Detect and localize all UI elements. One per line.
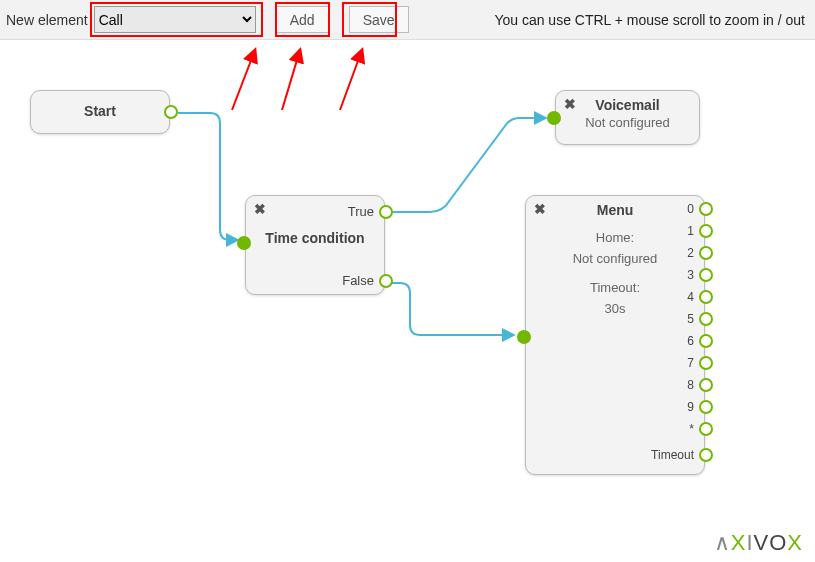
start-title: Start	[31, 91, 169, 121]
menu-port-label-6: 6	[687, 334, 694, 348]
menu-port-label-2: 2	[687, 246, 694, 260]
menu-port-timeout[interactable]	[699, 448, 713, 462]
menu-port-label-star: *	[689, 422, 694, 436]
menu-home-label: Home:	[526, 220, 704, 251]
true-port[interactable]	[379, 205, 393, 219]
close-icon[interactable]: ✖	[254, 202, 266, 216]
menu-port-6[interactable]	[699, 334, 713, 348]
menu-title: Menu	[526, 196, 704, 220]
menu-port-label-7: 7	[687, 356, 694, 370]
menu-port-9[interactable]	[699, 400, 713, 414]
zoom-hint: You can use CTRL + mouse scroll to zoom …	[494, 12, 809, 28]
close-icon[interactable]: ✖	[564, 97, 576, 111]
time-condition-in-port[interactable]	[237, 236, 251, 250]
menu-port-7[interactable]	[699, 356, 713, 370]
start-out-port[interactable]	[164, 105, 178, 119]
voicemail-status: Not configured	[556, 115, 699, 136]
svg-line-0	[232, 50, 255, 110]
menu-port-3[interactable]	[699, 268, 713, 282]
node-voicemail[interactable]: ✖ Voicemail Not configured	[555, 90, 700, 145]
new-element-select[interactable]: Call	[94, 6, 256, 33]
voicemail-title: Voicemail	[556, 91, 699, 115]
menu-port-label-9: 9	[687, 400, 694, 414]
false-label: False	[342, 273, 374, 288]
menu-port-5[interactable]	[699, 312, 713, 326]
menu-timeout-value: 30s	[526, 301, 704, 322]
true-label: True	[348, 204, 374, 219]
menu-port-0[interactable]	[699, 202, 713, 216]
svg-line-2	[340, 50, 362, 110]
menu-port-1[interactable]	[699, 224, 713, 238]
save-button[interactable]: Save	[349, 6, 409, 33]
voicemail-in-port[interactable]	[547, 111, 561, 125]
menu-port-8[interactable]	[699, 378, 713, 392]
menu-port-label-0: 0	[687, 202, 694, 216]
menu-in-port[interactable]	[517, 330, 531, 344]
node-start[interactable]: Start	[30, 90, 170, 134]
toolbar-label: New element	[6, 12, 88, 28]
node-menu[interactable]: ✖ Menu Home: Not configured Timeout: 30s…	[525, 195, 705, 475]
menu-port-label-8: 8	[687, 378, 694, 392]
menu-port-4[interactable]	[699, 290, 713, 304]
canvas[interactable]: Start ✖ Time condition True False ✖ Voic…	[0, 40, 815, 562]
node-time-condition[interactable]: ✖ Time condition True False	[245, 195, 385, 295]
menu-port-label-5: 5	[687, 312, 694, 326]
menu-port-label-timeout: Timeout	[651, 448, 694, 462]
svg-line-1	[282, 50, 300, 110]
menu-port-2[interactable]	[699, 246, 713, 260]
menu-home-value: Not configured	[526, 251, 704, 272]
menu-port-label-4: 4	[687, 290, 694, 304]
menu-port-label-1: 1	[687, 224, 694, 238]
menu-port-star[interactable]	[699, 422, 713, 436]
menu-timeout-label: Timeout:	[526, 272, 704, 301]
brand-logo: ∧XIVOX	[714, 530, 803, 556]
add-button[interactable]: Add	[276, 6, 329, 33]
false-port[interactable]	[379, 274, 393, 288]
menu-port-label-3: 3	[687, 268, 694, 282]
close-icon[interactable]: ✖	[534, 202, 546, 216]
toolbar: New element Call Add Save You can use CT…	[0, 0, 815, 40]
